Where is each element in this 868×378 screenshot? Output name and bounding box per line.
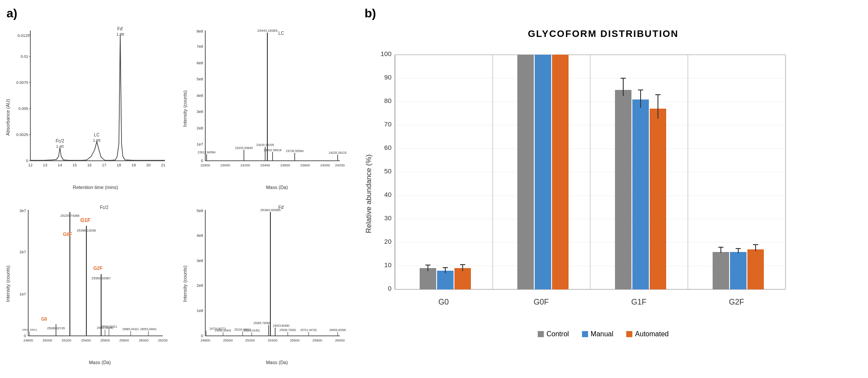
svg-text:20: 20 — [384, 238, 391, 245]
bar-g0f-automated — [552, 55, 569, 289]
svg-text:4e8: 4e8 — [196, 93, 203, 98]
svg-text:25000: 25000 — [43, 338, 53, 342]
legend-control: Control — [538, 330, 569, 338]
legend-manual: Manual — [582, 330, 613, 338]
svg-text:Mass (Da): Mass (Da) — [266, 360, 288, 365]
chromatogram-chart: Absorbance (AU) Retention time (mins) 0 … — [4, 22, 179, 195]
svg-text:90: 90 — [384, 73, 391, 81]
svg-text:0.0075: 0.0075 — [16, 80, 28, 85]
svg-text:4e8: 4e8 — [196, 233, 203, 238]
svg-text:Intensity (counts): Intensity (counts) — [182, 265, 187, 302]
svg-text:26009.40536: 26009.40536 — [329, 328, 346, 332]
bar-chart-svg: Relative abundance (%) 0 — [365, 46, 820, 333]
panel-b: b) GLYCOFORM DISTRIBUTION Relative abund… — [356, 0, 868, 378]
bar-g0f-control — [517, 55, 534, 289]
svg-text:25398.13038: 25398.13038 — [77, 229, 96, 232]
svg-text:25560.32987: 25560.32987 — [92, 276, 111, 280]
svg-text:1.88: 1.88 — [116, 32, 124, 36]
svg-text:25865.44321: 25865.44321 — [122, 328, 139, 331]
x-axis-label: Retention time (mins) — [73, 185, 118, 190]
svg-text:23443.18383: 23443.18383 — [257, 29, 277, 33]
svg-text:12: 12 — [28, 163, 33, 167]
manual-color-box — [582, 331, 588, 337]
svg-text:0.0125: 0.0125 — [17, 33, 30, 38]
svg-text:LC: LC — [94, 133, 100, 137]
chromatogram-svg: Absorbance (AU) Retention time (mins) 0 … — [4, 22, 174, 191]
svg-text:24200: 24200 — [335, 163, 345, 167]
panel-a-label: a) — [7, 7, 17, 20]
bar-g0-manual — [437, 271, 454, 289]
main-container: a) Absorbance (AU) Retention time (mins) — [0, 0, 868, 378]
svg-text:2e7: 2e7 — [20, 250, 26, 254]
fc2-mass-svg: Intensity (counts) Mass (Da) Fc/2 0 1e7 … — [4, 197, 174, 366]
svg-text:25400: 25400 — [267, 338, 277, 342]
svg-text:80: 80 — [384, 97, 391, 104]
svg-text:10: 10 — [384, 261, 391, 269]
svg-text:25536.79320: 25536.79320 — [279, 328, 296, 332]
svg-text:23203.93845: 23203.93845 — [235, 146, 253, 149]
bar-g0-control — [420, 268, 436, 289]
svg-text:25600: 25600 — [289, 338, 299, 342]
svg-text:Fc/2: Fc/2 — [56, 139, 64, 143]
svg-text:25423.80460: 25423.80460 — [273, 324, 289, 327]
lc-mass-svg: Intensity (counts) Mass (Da) LC 0 1e7 2e… — [181, 22, 351, 191]
svg-text:23425.98205: 23425.98205 — [256, 143, 274, 146]
svg-text:23800: 23800 — [300, 163, 310, 167]
svg-text:G0F: G0F — [63, 232, 72, 237]
svg-text:7e8: 7e8 — [196, 44, 203, 49]
svg-text:25000: 25000 — [223, 338, 233, 342]
svg-text:25800: 25800 — [119, 338, 129, 342]
svg-text:18: 18 — [117, 163, 121, 167]
control-color-box — [538, 331, 544, 337]
svg-text:Mass (Da): Mass (Da) — [266, 185, 288, 190]
bar-g1f-manual — [632, 99, 649, 289]
svg-text:1e7: 1e7 — [196, 142, 203, 146]
bar-g2f-manual — [730, 252, 746, 289]
svg-text:0: 0 — [26, 159, 28, 163]
svg-text:25800: 25800 — [312, 338, 322, 342]
charts-grid: Absorbance (AU) Retention time (mins) 0 … — [4, 4, 356, 369]
svg-text:23000: 23000 — [220, 163, 230, 167]
svg-text:25600: 25600 — [100, 338, 110, 342]
legend-automated: Automated — [626, 330, 668, 338]
bar-g0f-manual — [535, 55, 551, 289]
svg-text:24800: 24800 — [200, 338, 210, 342]
svg-text:Relative abundance (%): Relative abundance (%) — [365, 154, 373, 233]
svg-text:G1F: G1F — [631, 298, 646, 306]
panel-b-label: b) — [365, 7, 376, 20]
svg-text:21: 21 — [161, 163, 165, 167]
svg-text:19: 19 — [132, 163, 136, 167]
legend-automated-label: Automated — [635, 330, 668, 338]
svg-text:6e8: 6e8 — [196, 61, 203, 65]
svg-text:25235.74398: 25235.74398 — [60, 214, 79, 218]
svg-text:0.01: 0.01 — [20, 54, 28, 59]
svg-text:1.40: 1.40 — [56, 144, 64, 149]
svg-text:50: 50 — [384, 167, 391, 175]
svg-text:Mass (Da): Mass (Da) — [89, 360, 111, 365]
svg-text:23728.93584: 23728.93584 — [286, 149, 303, 153]
svg-text:15: 15 — [72, 163, 77, 167]
fc2-mass-chart: Intensity (counts) Mass (Da) Fc/2 0 1e7 … — [4, 197, 179, 370]
svg-text:G0: G0 — [438, 298, 449, 306]
svg-text:0.0025: 0.0025 — [16, 133, 28, 137]
svg-text:24225.29215: 24225.29215 — [329, 151, 346, 154]
panel-a: a) Absorbance (AU) Retention time (mins) — [0, 0, 356, 378]
svg-text:26000: 26000 — [335, 338, 345, 342]
svg-text:2e8: 2e8 — [196, 283, 203, 288]
svg-text:1e7: 1e7 — [20, 292, 26, 296]
svg-text:G0: G0 — [41, 317, 47, 322]
automated-color-box — [626, 331, 632, 337]
fdd-mass-svg: Intensity (counts) Mass (Da) Fd' 0 1e8 2… — [181, 197, 351, 366]
svg-text:24800: 24800 — [23, 338, 33, 342]
svg-text:14: 14 — [58, 163, 62, 167]
svg-text:Intensity (counts): Intensity (counts) — [5, 265, 10, 302]
svg-text:1.65: 1.65 — [93, 138, 101, 143]
svg-text:0: 0 — [201, 159, 203, 163]
svg-text:26200: 26200 — [158, 338, 168, 342]
svg-text:30: 30 — [384, 214, 391, 222]
svg-text:G0F: G0F — [533, 298, 549, 306]
svg-text:0: 0 — [201, 334, 203, 338]
svg-text:3e7: 3e7 — [20, 209, 26, 213]
svg-text:40: 40 — [384, 191, 391, 198]
svg-text:1e8: 1e8 — [196, 308, 203, 313]
